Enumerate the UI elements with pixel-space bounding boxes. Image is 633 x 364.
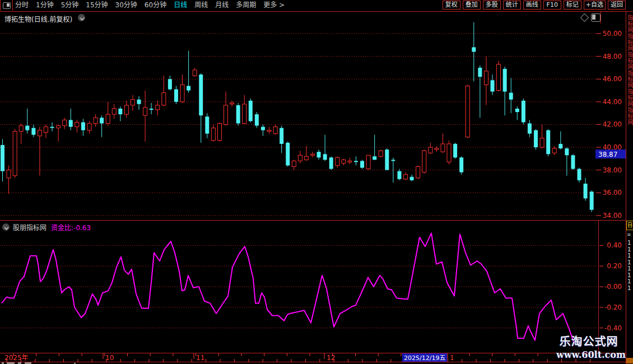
watermark-site-name: 乐淘公式网 xyxy=(556,333,621,349)
svg-text:0.20: 0.20 xyxy=(607,262,622,270)
period-tab-分时[interactable]: 分时 xyxy=(15,0,29,11)
period-tab-月线[interactable]: 月线 xyxy=(215,0,229,11)
top-toolbar: 分时1分钟5分钟15分钟30分钟60分钟日线周线月线多周期更多 > 复权叠加多股… xyxy=(0,0,633,12)
candlestick-series[interactable] xyxy=(1,22,594,212)
period-menu: 分时1分钟5分钟15分钟30分钟60分钟日线周线月线多周期更多 > xyxy=(15,0,285,11)
period-tab-日线[interactable]: 日线 xyxy=(174,0,187,11)
period-tab-多周期[interactable]: 多周期 xyxy=(236,0,256,11)
time-axis[interactable]: 2025年10111212025/12/19五 xyxy=(4,353,590,362)
strip-auto-tab[interactable]: 自 xyxy=(626,221,633,230)
svg-text:10: 10 xyxy=(105,354,114,362)
watermark: 乐淘公式网 www.60lt.com xyxy=(556,333,621,360)
period-tab-5分钟[interactable]: 5分钟 xyxy=(61,0,79,11)
svg-text:11: 11 xyxy=(196,354,204,362)
pane-borders xyxy=(0,11,633,364)
toolbar-button-复权[interactable]: 复权 xyxy=(443,1,460,10)
period-tab-周线[interactable]: 周线 xyxy=(194,0,208,11)
last-price-badge: 38.87 xyxy=(595,150,626,158)
split-panel-icon[interactable] xyxy=(591,13,601,22)
diamond-icon[interactable] xyxy=(580,13,589,22)
svg-text:12: 12 xyxy=(327,354,335,362)
watermark-url: www.60lt.com xyxy=(556,349,621,360)
chevron-down-icon[interactable] xyxy=(78,14,85,21)
toolbar-button-叠加[interactable]: 叠加 xyxy=(463,1,481,10)
toolbar-button-返回[interactable]: 返回 xyxy=(608,1,626,10)
toolbar-button-画线[interactable]: 画线 xyxy=(523,1,541,10)
window-layout-button[interactable] xyxy=(0,0,13,11)
date-badge: 2025/12/19五 xyxy=(402,353,447,362)
svg-text:42.00: 42.00 xyxy=(603,120,622,128)
page-title: 博拓生物(日线.前复权) xyxy=(4,14,72,24)
strip-vertical-text: 指标网指标网指标网指标网指标网指标网 xyxy=(627,15,633,216)
svg-text:1: 1 xyxy=(450,354,454,362)
panel-icon xyxy=(3,2,11,9)
period-tab-15分钟[interactable]: 15分钟 xyxy=(86,0,108,11)
title-row: 博拓生物(日线.前复权) xyxy=(0,12,626,24)
indicator-source-label: 股朋指标网 xyxy=(13,222,46,232)
toolbar-button-F10[interactable]: F10 xyxy=(543,1,561,10)
svg-text:46.00: 46.00 xyxy=(603,75,622,83)
svg-text:50.00: 50.00 xyxy=(603,30,622,38)
svg-text:0.40: 0.40 xyxy=(607,241,622,249)
more-menu[interactable]: 更多 > xyxy=(263,0,285,11)
svg-text:-0.40: -0.40 xyxy=(604,324,622,332)
period-tab-1分钟[interactable]: 1分钟 xyxy=(36,0,54,11)
list-icon: ≡ xyxy=(627,232,631,237)
svg-text:2025年: 2025年 xyxy=(4,354,29,362)
svg-text:36.00: 36.00 xyxy=(603,189,622,197)
svg-text:38.00: 38.00 xyxy=(603,166,622,174)
divider xyxy=(601,12,601,24)
svg-text:34.00: 34.00 xyxy=(603,212,622,220)
toolbar-button-标记[interactable]: 标记 xyxy=(564,1,581,10)
indicator-value-label: 资金比:-0.63 xyxy=(51,222,91,232)
chart-canvas: 50.0048.0046.0044.0042.0040.0038.0036.00… xyxy=(0,0,633,364)
toolbar-button-+自选[interactable]: +自选 xyxy=(584,1,606,10)
svg-text:48.00: 48.00 xyxy=(603,53,622,60)
indicator-grid: 0.400.20-0.00-0.20-0.40 xyxy=(0,241,622,332)
svg-text:44.00: 44.00 xyxy=(603,98,622,106)
period-tab-30分钟[interactable]: 30分钟 xyxy=(115,0,137,11)
indicator-header: 股朋指标网 资金比:-0.63 xyxy=(2,222,91,231)
app-window: { "toolbar": { "periods": ["分时","1分钟","5… xyxy=(0,0,633,364)
strip-digits: 11111111 xyxy=(627,240,631,291)
svg-text:-0.20: -0.20 xyxy=(604,304,622,311)
right-side-strip: 指标网指标网指标网指标网指标网指标网 自 ≡ 11111111 xyxy=(626,0,633,364)
svg-text:-0.00: -0.00 xyxy=(604,283,622,291)
indicator-line xyxy=(2,233,574,343)
toolbar-button-多股[interactable]: 多股 xyxy=(483,1,501,10)
period-tab-60分钟[interactable]: 60分钟 xyxy=(145,0,166,11)
chevron-down-icon[interactable] xyxy=(2,223,10,231)
svg-text:2025/12/19五: 2025/12/19五 xyxy=(404,354,445,362)
toolbar-right-buttons: 复权叠加多股统计画线F10标记+自选返回 xyxy=(443,1,626,10)
toolbar-button-统计[interactable]: 统计 xyxy=(503,1,521,10)
status-block xyxy=(626,358,633,363)
svg-text:38.87: 38.87 xyxy=(598,151,617,158)
